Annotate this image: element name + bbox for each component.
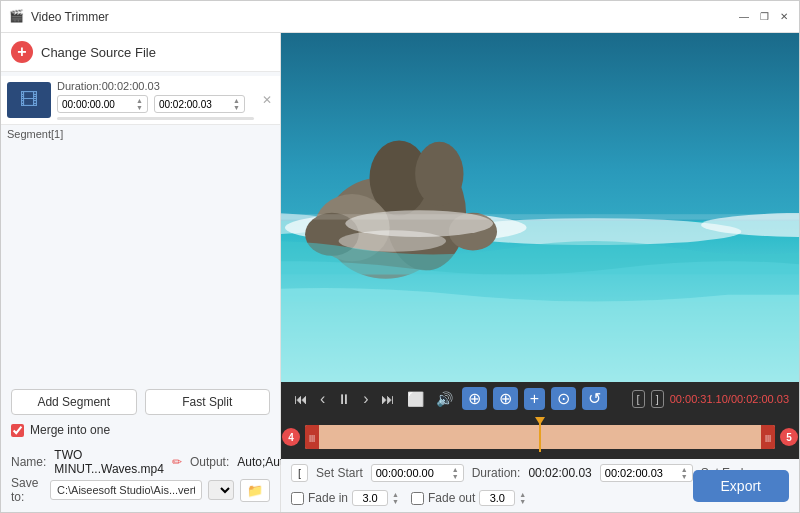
trim-end-down[interactable]: ▼ [681, 473, 688, 480]
export-button[interactable]: Export [693, 470, 789, 502]
bottom-controls: Add Segment Fast Split Merge into one Na… [1, 381, 280, 512]
trim-start-spinner[interactable]: ▲ ▼ [452, 466, 459, 480]
start-time-box: ▲ ▼ [57, 95, 148, 113]
start-time-spinner[interactable]: ▲ ▼ [136, 97, 143, 111]
film-icon: 🎞 [20, 90, 38, 111]
badge-right: 5 [780, 428, 798, 446]
window-controls: — ❐ ✕ [737, 10, 791, 24]
trim-start-input[interactable] [376, 467, 452, 479]
edit-name-icon[interactable]: ✏ [172, 455, 182, 469]
playhead-triangle [535, 417, 545, 425]
set-start-label: Set Start [316, 466, 363, 480]
end-time-box: ▲ ▼ [154, 95, 245, 113]
path-dropdown[interactable] [208, 480, 234, 500]
save-path-input[interactable] [50, 480, 202, 500]
trim-timeline: ||| ||| 4 5 [281, 415, 799, 459]
trim-start-down[interactable]: ▼ [452, 473, 459, 480]
segment-action-buttons: Add Segment Fast Split [11, 389, 270, 415]
segment-label: Segment[1] [1, 125, 280, 143]
fade-out-checkbox[interactable] [411, 492, 424, 505]
bracket-left-button[interactable]: [ [632, 390, 645, 408]
close-button[interactable]: ✕ [777, 10, 791, 24]
bracket-right-button[interactable]: ] [651, 390, 664, 408]
volume-button[interactable]: 🔊 [433, 389, 456, 409]
add-segment-button[interactable]: Add Segment [11, 389, 137, 415]
left-panel: + Change Source File 🎞 Duration:00:02:00… [1, 33, 281, 512]
restore-button[interactable]: ❐ [757, 10, 771, 24]
fade-in-up[interactable]: ▲ [392, 491, 399, 498]
fast-split-button[interactable]: Fast Split [145, 389, 271, 415]
skip-to-start-button[interactable]: ⏮ [291, 389, 311, 409]
add-source-button[interactable]: + [11, 41, 33, 63]
video-preview [281, 33, 799, 382]
segment-times: ▲ ▼ ▲ ▼ [57, 95, 254, 113]
start-down-arrow[interactable]: ▼ [136, 104, 143, 111]
action-button-1[interactable]: ⊕ [462, 387, 487, 410]
end-down-arrow[interactable]: ▼ [233, 104, 240, 111]
fade-in-down[interactable]: ▼ [392, 498, 399, 505]
add-source-label: Change Source File [41, 45, 156, 60]
trim-end-time-ctrl: ▲ ▼ [600, 464, 693, 482]
timeline-track[interactable]: ||| ||| [305, 425, 775, 449]
right-handle-grip: ||| [765, 433, 771, 442]
fade-out-group: Fade out ▲ ▼ [411, 490, 526, 506]
merge-label: Merge into one [30, 423, 110, 437]
fade-out-label: Fade out [428, 491, 475, 505]
crop-button[interactable]: ⬜ [404, 389, 427, 409]
fade-out-down[interactable]: ▼ [519, 498, 526, 505]
trim-start-time-ctrl: ▲ ▼ [371, 464, 464, 482]
trim-bracket-button[interactable]: [ [291, 464, 308, 482]
merge-row: Merge into one [11, 423, 270, 437]
save-to-label: Save to: [11, 476, 44, 504]
playback-controls-bar: ⏮ ‹ ⏸ › ⏭ ⬜ 🔊 ⊕ ⊕ + ⊙ ↺ [ ] 00:00:31.10/… [281, 382, 799, 415]
add-source-bar: + Change Source File [1, 33, 280, 72]
play-button[interactable]: › [360, 388, 371, 410]
svg-point-9 [415, 142, 463, 206]
fade-in-spinner[interactable]: ▲ ▼ [392, 491, 399, 505]
end-time-input[interactable] [159, 99, 231, 110]
fade-out-spinner[interactable]: ▲ ▼ [519, 491, 526, 505]
badge-left: 4 [282, 428, 300, 446]
skip-to-end-button[interactable]: ⏭ [378, 389, 398, 409]
trim-end-input[interactable] [605, 467, 681, 479]
trim-end-spinner[interactable]: ▲ ▼ [681, 466, 688, 480]
fade-out-input[interactable] [479, 490, 515, 506]
minimize-button[interactable]: — [737, 10, 751, 24]
browse-folder-button[interactable]: 📁 [240, 479, 270, 502]
playhead [539, 422, 541, 452]
playback-time-display: 00:00:31.10/00:02:00.03 [670, 393, 789, 405]
title-bar: 🎬 Video Trimmer — ❐ ✕ [1, 1, 799, 33]
end-time-spinner[interactable]: ▲ ▼ [233, 97, 240, 111]
fade-out-up[interactable]: ▲ [519, 491, 526, 498]
trim-end-up[interactable]: ▲ [681, 466, 688, 473]
svg-rect-15 [281, 214, 799, 219]
prev-frame-button[interactable]: ‹ [317, 388, 328, 410]
window-title: Video Trimmer [31, 10, 737, 24]
segment-duration: Duration:00:02:00.03 [57, 80, 254, 92]
fade-in-checkbox[interactable] [291, 492, 304, 505]
timeline-handle-right[interactable]: ||| [761, 425, 775, 449]
segment-info: Duration:00:02:00.03 ▲ ▼ [57, 80, 254, 120]
app-icon: 🎬 [9, 9, 25, 25]
start-time-input[interactable] [62, 99, 134, 110]
segment-list: 🎞 Duration:00:02:00.03 ▲ ▼ [1, 72, 280, 381]
end-up-arrow[interactable]: ▲ [233, 97, 240, 104]
timeline-handle-left[interactable]: ||| [305, 425, 319, 449]
ocean-scene-svg [281, 33, 799, 382]
merge-checkbox[interactable] [11, 424, 24, 437]
fade-in-group: Fade in ▲ ▼ [291, 490, 399, 506]
segment-close-button[interactable]: ✕ [260, 91, 274, 109]
action-button-2[interactable]: ⊕ [493, 387, 518, 410]
pause-button[interactable]: ⏸ [334, 389, 354, 409]
fade-in-label: Fade in [308, 491, 348, 505]
fade-in-input[interactable] [352, 490, 388, 506]
trim-start-up[interactable]: ▲ [452, 466, 459, 473]
left-handle-grip: ||| [309, 433, 315, 442]
action-button-5[interactable]: ↺ [582, 387, 607, 410]
segment-item: 🎞 Duration:00:02:00.03 ▲ ▼ [1, 76, 280, 125]
right-panel: ⏮ ‹ ⏸ › ⏭ ⬜ 🔊 ⊕ ⊕ + ⊙ ↺ [ ] 00:00:31.10/… [281, 33, 799, 512]
action-button-3[interactable]: + [524, 388, 545, 410]
action-button-4[interactable]: ⊙ [551, 387, 576, 410]
start-up-arrow[interactable]: ▲ [136, 97, 143, 104]
segment-progress-container [57, 117, 254, 120]
